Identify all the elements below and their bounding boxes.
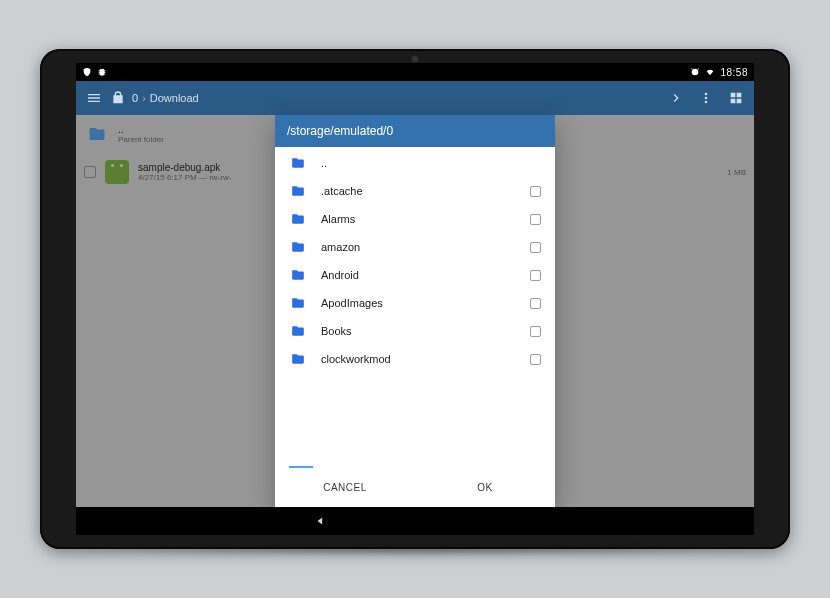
cancel-button[interactable]: CANCEL bbox=[275, 474, 415, 501]
menu-icon[interactable] bbox=[86, 90, 102, 106]
front-camera bbox=[411, 55, 419, 63]
lock-icon[interactable] bbox=[110, 90, 126, 106]
dialog-path: /storage/emulated/0 bbox=[275, 115, 555, 147]
shield-icon bbox=[82, 67, 92, 77]
dialog-item-label: Books bbox=[321, 325, 352, 337]
dialog-item-label: .atcache bbox=[321, 185, 363, 197]
breadcrumb-current[interactable]: Download bbox=[150, 92, 199, 104]
folder-icon bbox=[289, 184, 307, 198]
dialog-folder-item[interactable]: amazon bbox=[275, 233, 555, 261]
folder-picker-dialog: /storage/emulated/0 ...atcacheAlarmsamaz… bbox=[275, 115, 555, 507]
dialog-item-label: .. bbox=[321, 157, 327, 169]
back-button[interactable] bbox=[314, 514, 328, 528]
dialog-item-label: Android bbox=[321, 269, 359, 281]
navigation-bar bbox=[76, 507, 754, 535]
dialog-folder-item[interactable]: Android bbox=[275, 261, 555, 289]
folder-icon bbox=[289, 352, 307, 366]
dialog-folder-item[interactable]: clockworkmod bbox=[275, 345, 555, 373]
clock: 18:58 bbox=[720, 67, 748, 78]
home-button[interactable] bbox=[408, 514, 422, 528]
folder-icon bbox=[289, 296, 307, 310]
chevron-right-icon: › bbox=[142, 92, 146, 104]
wifi-icon bbox=[705, 67, 715, 77]
recents-button[interactable] bbox=[502, 514, 516, 528]
overflow-icon[interactable] bbox=[698, 90, 714, 106]
dialog-item-label: Alarms bbox=[321, 213, 355, 225]
dialog-item-checkbox[interactable] bbox=[530, 298, 541, 309]
dialog-parent-item[interactable]: .. bbox=[275, 149, 555, 177]
folder-icon bbox=[289, 240, 307, 254]
dialog-item-checkbox[interactable] bbox=[530, 186, 541, 197]
debug-icon bbox=[97, 67, 107, 77]
dialog-item-checkbox[interactable] bbox=[530, 242, 541, 253]
dialog-item-label: ApodImages bbox=[321, 297, 383, 309]
dialog-item-checkbox[interactable] bbox=[530, 214, 541, 225]
dialog-item-checkbox[interactable] bbox=[530, 270, 541, 281]
dialog-item-checkbox[interactable] bbox=[530, 326, 541, 337]
ok-button[interactable]: OK bbox=[415, 474, 555, 501]
alarm-icon bbox=[690, 67, 700, 77]
dialog-folder-item[interactable]: Alarms bbox=[275, 205, 555, 233]
folder-icon bbox=[289, 268, 307, 282]
status-bar: 18:58 bbox=[76, 63, 754, 81]
dialog-folder-item[interactable]: .atcache bbox=[275, 177, 555, 205]
app-bar: 0 › Download bbox=[76, 81, 754, 115]
dialog-folder-item[interactable]: ApodImages bbox=[275, 289, 555, 317]
view-grid-icon[interactable] bbox=[728, 90, 744, 106]
folder-icon bbox=[289, 324, 307, 338]
folder-icon bbox=[289, 212, 307, 226]
modal-overlay: /storage/emulated/0 ...atcacheAlarmsamaz… bbox=[76, 115, 754, 507]
breadcrumb-root[interactable]: 0 bbox=[132, 92, 138, 104]
dialog-folder-item[interactable]: Books bbox=[275, 317, 555, 345]
dialog-item-label: amazon bbox=[321, 241, 360, 253]
dialog-item-label: clockworkmod bbox=[321, 353, 391, 365]
chevron-icon[interactable] bbox=[668, 90, 684, 106]
dialog-item-checkbox[interactable] bbox=[530, 354, 541, 365]
file-list: .. Parent folder sample-debug.apk 4/27/1… bbox=[76, 115, 754, 507]
scroll-hint bbox=[289, 466, 313, 468]
folder-icon bbox=[289, 156, 307, 170]
